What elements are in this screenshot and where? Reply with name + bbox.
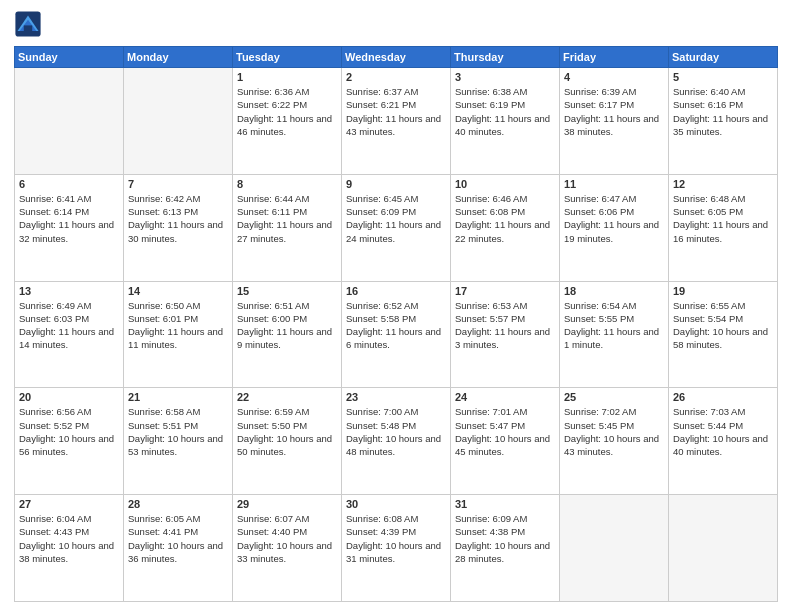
- table-row: 30Sunrise: 6:08 AMSunset: 4:39 PMDayligh…: [342, 495, 451, 602]
- day-info: Sunrise: 6:38 AMSunset: 6:19 PMDaylight:…: [455, 85, 555, 138]
- day-number: 19: [673, 285, 773, 297]
- day-number: 26: [673, 391, 773, 403]
- table-row: 12Sunrise: 6:48 AMSunset: 6:05 PMDayligh…: [669, 174, 778, 281]
- day-number: 13: [19, 285, 119, 297]
- day-number: 15: [237, 285, 337, 297]
- table-row: 20Sunrise: 6:56 AMSunset: 5:52 PMDayligh…: [15, 388, 124, 495]
- day-info: Sunrise: 6:40 AMSunset: 6:16 PMDaylight:…: [673, 85, 773, 138]
- table-row: 21Sunrise: 6:58 AMSunset: 5:51 PMDayligh…: [124, 388, 233, 495]
- day-number: 11: [564, 178, 664, 190]
- day-info: Sunrise: 6:53 AMSunset: 5:57 PMDaylight:…: [455, 299, 555, 352]
- day-number: 8: [237, 178, 337, 190]
- col-sunday: Sunday: [15, 47, 124, 68]
- table-row: 15Sunrise: 6:51 AMSunset: 6:00 PMDayligh…: [233, 281, 342, 388]
- table-row: 4Sunrise: 6:39 AMSunset: 6:17 PMDaylight…: [560, 68, 669, 175]
- table-row: 22Sunrise: 6:59 AMSunset: 5:50 PMDayligh…: [233, 388, 342, 495]
- day-info: Sunrise: 6:37 AMSunset: 6:21 PMDaylight:…: [346, 85, 446, 138]
- day-info: Sunrise: 6:54 AMSunset: 5:55 PMDaylight:…: [564, 299, 664, 352]
- header: [14, 10, 778, 38]
- day-info: Sunrise: 6:36 AMSunset: 6:22 PMDaylight:…: [237, 85, 337, 138]
- page: Sunday Monday Tuesday Wednesday Thursday…: [0, 0, 792, 612]
- day-number: 12: [673, 178, 773, 190]
- table-row: 3Sunrise: 6:38 AMSunset: 6:19 PMDaylight…: [451, 68, 560, 175]
- day-info: Sunrise: 7:00 AMSunset: 5:48 PMDaylight:…: [346, 405, 446, 458]
- day-number: 28: [128, 498, 228, 510]
- day-info: Sunrise: 7:03 AMSunset: 5:44 PMDaylight:…: [673, 405, 773, 458]
- day-info: Sunrise: 6:42 AMSunset: 6:13 PMDaylight:…: [128, 192, 228, 245]
- table-row: 1Sunrise: 6:36 AMSunset: 6:22 PMDaylight…: [233, 68, 342, 175]
- day-info: Sunrise: 6:44 AMSunset: 6:11 PMDaylight:…: [237, 192, 337, 245]
- day-number: 18: [564, 285, 664, 297]
- table-row: 24Sunrise: 7:01 AMSunset: 5:47 PMDayligh…: [451, 388, 560, 495]
- col-thursday: Thursday: [451, 47, 560, 68]
- table-row: 26Sunrise: 7:03 AMSunset: 5:44 PMDayligh…: [669, 388, 778, 495]
- day-number: 7: [128, 178, 228, 190]
- day-number: 2: [346, 71, 446, 83]
- day-info: Sunrise: 6:46 AMSunset: 6:08 PMDaylight:…: [455, 192, 555, 245]
- day-number: 16: [346, 285, 446, 297]
- col-wednesday: Wednesday: [342, 47, 451, 68]
- day-info: Sunrise: 6:51 AMSunset: 6:00 PMDaylight:…: [237, 299, 337, 352]
- table-row: 9Sunrise: 6:45 AMSunset: 6:09 PMDaylight…: [342, 174, 451, 281]
- table-row: 8Sunrise: 6:44 AMSunset: 6:11 PMDaylight…: [233, 174, 342, 281]
- day-number: 25: [564, 391, 664, 403]
- table-row: 10Sunrise: 6:46 AMSunset: 6:08 PMDayligh…: [451, 174, 560, 281]
- calendar-header-row: Sunday Monday Tuesday Wednesday Thursday…: [15, 47, 778, 68]
- table-row: 29Sunrise: 6:07 AMSunset: 4:40 PMDayligh…: [233, 495, 342, 602]
- table-row: [124, 68, 233, 175]
- day-info: Sunrise: 6:08 AMSunset: 4:39 PMDaylight:…: [346, 512, 446, 565]
- table-row: 7Sunrise: 6:42 AMSunset: 6:13 PMDaylight…: [124, 174, 233, 281]
- day-number: 5: [673, 71, 773, 83]
- day-info: Sunrise: 6:59 AMSunset: 5:50 PMDaylight:…: [237, 405, 337, 458]
- day-number: 20: [19, 391, 119, 403]
- table-row: [560, 495, 669, 602]
- table-row: 23Sunrise: 7:00 AMSunset: 5:48 PMDayligh…: [342, 388, 451, 495]
- col-monday: Monday: [124, 47, 233, 68]
- day-info: Sunrise: 6:05 AMSunset: 4:41 PMDaylight:…: [128, 512, 228, 565]
- day-info: Sunrise: 6:09 AMSunset: 4:38 PMDaylight:…: [455, 512, 555, 565]
- day-number: 23: [346, 391, 446, 403]
- logo: [14, 10, 46, 38]
- day-number: 1: [237, 71, 337, 83]
- svg-rect-3: [24, 25, 32, 31]
- day-info: Sunrise: 6:04 AMSunset: 4:43 PMDaylight:…: [19, 512, 119, 565]
- day-info: Sunrise: 6:56 AMSunset: 5:52 PMDaylight:…: [19, 405, 119, 458]
- day-info: Sunrise: 6:39 AMSunset: 6:17 PMDaylight:…: [564, 85, 664, 138]
- logo-icon: [14, 10, 42, 38]
- table-row: 17Sunrise: 6:53 AMSunset: 5:57 PMDayligh…: [451, 281, 560, 388]
- col-tuesday: Tuesday: [233, 47, 342, 68]
- calendar-week-row: 13Sunrise: 6:49 AMSunset: 6:03 PMDayligh…: [15, 281, 778, 388]
- day-number: 22: [237, 391, 337, 403]
- col-friday: Friday: [560, 47, 669, 68]
- day-number: 3: [455, 71, 555, 83]
- day-info: Sunrise: 6:41 AMSunset: 6:14 PMDaylight:…: [19, 192, 119, 245]
- day-info: Sunrise: 6:48 AMSunset: 6:05 PMDaylight:…: [673, 192, 773, 245]
- table-row: [669, 495, 778, 602]
- day-info: Sunrise: 7:01 AMSunset: 5:47 PMDaylight:…: [455, 405, 555, 458]
- table-row: 18Sunrise: 6:54 AMSunset: 5:55 PMDayligh…: [560, 281, 669, 388]
- table-row: [15, 68, 124, 175]
- day-info: Sunrise: 7:02 AMSunset: 5:45 PMDaylight:…: [564, 405, 664, 458]
- table-row: 31Sunrise: 6:09 AMSunset: 4:38 PMDayligh…: [451, 495, 560, 602]
- table-row: 14Sunrise: 6:50 AMSunset: 6:01 PMDayligh…: [124, 281, 233, 388]
- calendar-week-row: 27Sunrise: 6:04 AMSunset: 4:43 PMDayligh…: [15, 495, 778, 602]
- calendar-table: Sunday Monday Tuesday Wednesday Thursday…: [14, 46, 778, 602]
- day-number: 29: [237, 498, 337, 510]
- day-number: 31: [455, 498, 555, 510]
- day-number: 9: [346, 178, 446, 190]
- day-info: Sunrise: 6:07 AMSunset: 4:40 PMDaylight:…: [237, 512, 337, 565]
- table-row: 2Sunrise: 6:37 AMSunset: 6:21 PMDaylight…: [342, 68, 451, 175]
- table-row: 25Sunrise: 7:02 AMSunset: 5:45 PMDayligh…: [560, 388, 669, 495]
- calendar-week-row: 6Sunrise: 6:41 AMSunset: 6:14 PMDaylight…: [15, 174, 778, 281]
- day-number: 24: [455, 391, 555, 403]
- day-info: Sunrise: 6:50 AMSunset: 6:01 PMDaylight:…: [128, 299, 228, 352]
- table-row: 11Sunrise: 6:47 AMSunset: 6:06 PMDayligh…: [560, 174, 669, 281]
- table-row: 28Sunrise: 6:05 AMSunset: 4:41 PMDayligh…: [124, 495, 233, 602]
- col-saturday: Saturday: [669, 47, 778, 68]
- table-row: 27Sunrise: 6:04 AMSunset: 4:43 PMDayligh…: [15, 495, 124, 602]
- day-info: Sunrise: 6:47 AMSunset: 6:06 PMDaylight:…: [564, 192, 664, 245]
- day-number: 21: [128, 391, 228, 403]
- table-row: 19Sunrise: 6:55 AMSunset: 5:54 PMDayligh…: [669, 281, 778, 388]
- calendar-week-row: 1Sunrise: 6:36 AMSunset: 6:22 PMDaylight…: [15, 68, 778, 175]
- calendar-week-row: 20Sunrise: 6:56 AMSunset: 5:52 PMDayligh…: [15, 388, 778, 495]
